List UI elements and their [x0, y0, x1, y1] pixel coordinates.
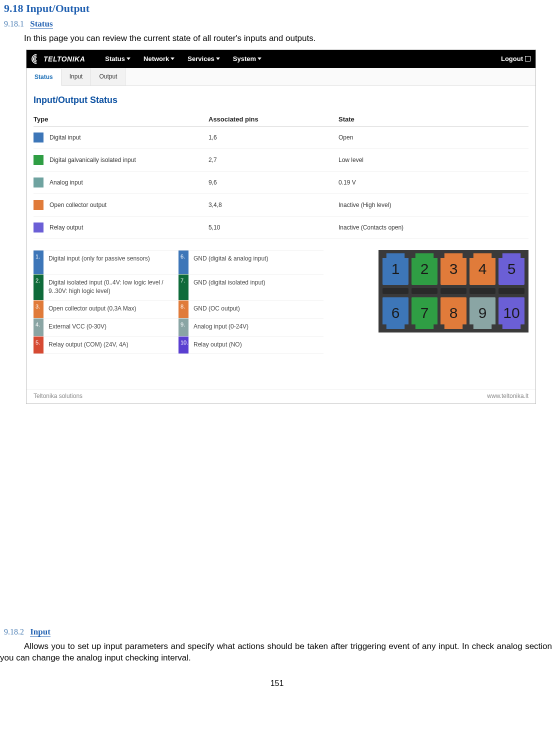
legend-description: Analog input (0-24V)	[188, 318, 324, 336]
footer-left: Teltonika solutions	[34, 392, 82, 400]
content-area: Input/Output Status Type Associated pins…	[26, 86, 536, 359]
type-cell: Open collector output	[50, 202, 106, 208]
chevron-down-icon	[170, 58, 174, 60]
section-heading: 9.18 Input/Output	[4, 2, 554, 15]
logout-button[interactable]: Logout	[501, 55, 530, 62]
logout-label: Logout	[501, 55, 523, 62]
tabs-row: Status Input Output	[26, 68, 536, 86]
type-cell: Relay output	[50, 224, 83, 231]
subsection-title: Status	[30, 19, 52, 29]
status-row: Digital input1,6Open	[34, 126, 528, 149]
connector-pin: 6	[382, 297, 408, 329]
legend-description: Digital isolated input (0..4V: low logic…	[44, 274, 178, 300]
connector-pin: 3	[440, 253, 466, 285]
state-cell: Inactive (Contacts open)	[338, 224, 528, 231]
color-swatch	[34, 200, 44, 210]
color-swatch	[34, 132, 44, 142]
legend-description: GND (OC output)	[188, 300, 324, 318]
nav-status[interactable]: Status	[105, 55, 130, 62]
tab-status[interactable]: Status	[26, 68, 62, 86]
legend-description: Digital input (only for passive sensors)	[44, 250, 178, 274]
color-swatch	[34, 178, 44, 188]
legend-row: 4.External VCC (0-30V)	[34, 318, 178, 336]
nav-links: Status Network Services System	[105, 55, 262, 62]
connector-pin: 1	[382, 253, 408, 285]
router-screenshot: TELTONIKA Status Network Services System…	[26, 50, 536, 404]
legend-number: 2.	[34, 274, 44, 300]
legend-row: 7.GND (digital isolated input)	[178, 274, 324, 300]
pins-cell: 1,6	[208, 134, 338, 141]
pins-cell: 2,7	[208, 156, 338, 164]
legend-left-column: 1.Digital input (only for passive sensor…	[34, 250, 178, 354]
pins-cell: 5,10	[208, 224, 338, 231]
legend-number: 7.	[178, 274, 188, 300]
chevron-down-icon	[126, 58, 130, 60]
connector-mid	[382, 288, 524, 294]
legend-number: 5.	[34, 336, 44, 354]
legend-row: 1.Digital input (only for passive sensor…	[34, 250, 178, 274]
status-row: Analog input9,60.19 V	[34, 172, 528, 194]
nav-label: Network	[144, 55, 169, 62]
connector-pin: 10	[498, 297, 524, 329]
pin-legend-area: 1.Digital input (only for passive sensor…	[34, 250, 528, 354]
color-swatch	[34, 222, 44, 232]
connector-pin: 7	[412, 297, 438, 329]
subsection-number: 9.18.2	[4, 628, 24, 636]
legend-description: GND (digital isolated input)	[188, 274, 324, 300]
legend-description: GND (digital & analog input)	[188, 250, 324, 274]
subsection-number: 9.18.1	[4, 20, 24, 28]
state-cell: Low level	[338, 156, 528, 164]
status-row: Open collector output3,4,8Inactive (High…	[34, 194, 528, 216]
type-cell: Digital input	[50, 134, 81, 141]
legend-description: Relay output (NO)	[188, 336, 324, 354]
nav-label: Status	[105, 55, 125, 62]
footer-right: www.teltonika.lt	[487, 392, 528, 400]
connector-top-row: 12345	[382, 253, 524, 285]
screenshot-footer: Teltonika solutions www.teltonika.lt	[26, 389, 536, 404]
nav-label: Services	[188, 55, 214, 62]
top-navbar: TELTONIKA Status Network Services System…	[26, 50, 536, 68]
connector-diagram: 12345 678910	[378, 250, 528, 332]
legend-row: 6.GND (digital & analog input)	[178, 250, 324, 274]
input-intro-text: Allows you to set up input parameters an…	[0, 641, 554, 664]
status-table-header: Type Associated pins State	[34, 116, 528, 126]
nav-label: System	[233, 55, 256, 62]
state-cell: Open	[338, 134, 528, 141]
status-intro-text: In this page you can review the current …	[24, 33, 554, 44]
col-state-header: State	[338, 116, 528, 123]
state-cell: Inactive (High level)	[338, 202, 528, 208]
connector-pin: 2	[412, 253, 438, 285]
legend-number: 10.	[178, 336, 188, 354]
type-cell: Analog input	[50, 179, 83, 186]
page-number: 151	[0, 679, 554, 688]
legend-number: 3.	[34, 300, 44, 318]
nav-network[interactable]: Network	[144, 55, 174, 62]
status-table-body: Digital input1,6OpenDigital galvanically…	[34, 126, 528, 239]
status-row: Digital galvanically isolated input2,7Lo…	[34, 149, 528, 172]
connector-pin: 5	[498, 253, 524, 285]
pins-cell: 3,4,8	[208, 202, 338, 208]
col-type-header: Type	[34, 116, 208, 123]
tab-input[interactable]: Input	[62, 68, 92, 86]
pins-cell: 9,6	[208, 179, 338, 186]
legend-row: 3.Open collector output (0,3A Max)	[34, 300, 178, 318]
brand-logo: TELTONIKA	[32, 54, 85, 64]
chevron-down-icon	[216, 58, 220, 60]
type-cell: Digital galvanically isolated input	[50, 156, 136, 164]
legend-description: External VCC (0-30V)	[44, 318, 178, 336]
logo-icon	[32, 54, 42, 64]
color-swatch	[34, 155, 44, 165]
legend-number: 4.	[34, 318, 44, 336]
legend-row: 10.Relay output (NO)	[178, 336, 324, 354]
nav-services[interactable]: Services	[188, 55, 220, 62]
panel-title: Input/Output Status	[34, 95, 528, 106]
tab-output[interactable]: Output	[91, 68, 126, 86]
logout-icon	[525, 56, 530, 62]
legend-right-column: 6.GND (digital & analog input)7.GND (dig…	[178, 250, 324, 354]
legend-number: 1.	[34, 250, 44, 274]
subsection-title: Input	[30, 627, 50, 637]
nav-system[interactable]: System	[233, 55, 262, 62]
legend-description: Open collector output (0,3A Max)	[44, 300, 178, 318]
connector-bottom-row: 678910	[382, 297, 524, 329]
legend-number: 6.	[178, 250, 188, 274]
